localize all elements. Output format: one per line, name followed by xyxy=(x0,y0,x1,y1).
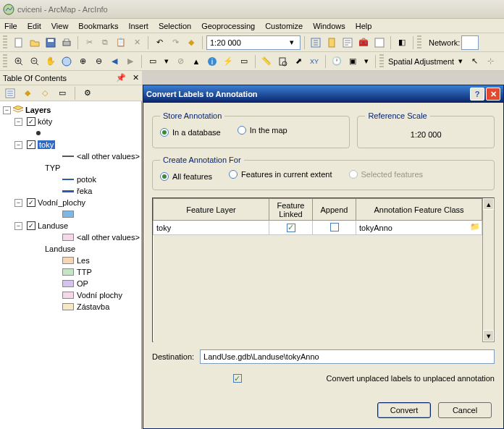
scroll-down-icon[interactable]: ▾ xyxy=(483,330,494,341)
layer-tree[interactable]: −Layers −✓kóty −✓toky <all other values>… xyxy=(0,101,141,315)
layer-koty[interactable]: kóty xyxy=(38,117,52,126)
chevron-down-icon[interactable]: ▾ xyxy=(287,36,297,49)
measure-icon[interactable]: 📏 xyxy=(259,54,274,69)
col-append[interactable]: Append xyxy=(313,199,356,221)
select-features-icon[interactable]: ▭ xyxy=(146,54,160,69)
menu-insert[interactable]: Insert xyxy=(128,22,148,30)
checkbox[interactable]: ✓ xyxy=(27,221,35,230)
fixed-zoom-in-icon[interactable]: ⊕ xyxy=(75,54,90,69)
checkbox-feature-linked[interactable]: ✓ xyxy=(287,224,295,232)
full-extent-icon[interactable] xyxy=(59,54,74,69)
browse-icon[interactable]: 📁 xyxy=(470,222,480,232)
find-route-icon[interactable]: ⬈ xyxy=(291,54,306,69)
undo-icon[interactable]: ↶ xyxy=(152,35,167,50)
layer-vodni-plochy[interactable]: Vodní_plochy xyxy=(38,198,85,207)
scale-combo[interactable]: 1:20 000 ▾ xyxy=(206,35,301,50)
list-by-source-icon[interactable]: ◆ xyxy=(20,86,35,101)
menu-help[interactable]: Help xyxy=(356,22,372,30)
toolbar-standard: ✂ ⧉ 📋 ✕ ↶ ↷ ◆ 1:20 000 ▾ 🧰 ◧ Network: xyxy=(0,33,504,52)
zoom-out-icon[interactable] xyxy=(28,54,42,69)
close-icon[interactable]: ✕ xyxy=(486,88,500,101)
destination-input[interactable] xyxy=(200,349,495,364)
checkbox[interactable]: ✓ xyxy=(27,198,35,207)
create-viewer-icon[interactable]: ▣ xyxy=(345,54,360,69)
checkbox[interactable]: ✓ xyxy=(27,117,35,126)
goto-xy-icon[interactable]: XY xyxy=(307,54,322,69)
identify-icon[interactable]: i xyxy=(205,54,219,69)
collapse-icon[interactable]: − xyxy=(3,106,11,114)
collapse-icon[interactable]: − xyxy=(14,199,22,207)
html-popup-icon[interactable]: ▭ xyxy=(237,54,251,69)
addlayer-icon[interactable]: ◆ xyxy=(184,35,198,50)
line-symbol-icon xyxy=(62,190,74,192)
layers-root[interactable]: Layers xyxy=(25,106,51,114)
spatial-adjustment-menu[interactable]: Spatial Adjustment xyxy=(388,57,454,66)
menu-bookmarks[interactable]: Bookmarks xyxy=(78,22,118,30)
dialog-titlebar[interactable]: Convert Labels to Annotation ? ✕ xyxy=(143,85,503,103)
editor-toolbar-icon[interactable] xyxy=(308,35,323,50)
chevron-down-icon-2[interactable]: ▾ xyxy=(161,55,172,68)
radio-all-features[interactable]: All features xyxy=(160,172,212,181)
back-icon[interactable]: ◀ xyxy=(107,54,122,69)
menu-file[interactable]: File xyxy=(4,22,17,30)
scroll-up-icon[interactable]: ▴ xyxy=(483,198,494,210)
layer-landuse[interactable]: Landuse xyxy=(38,221,68,230)
collapse-icon[interactable]: − xyxy=(14,118,22,126)
fill-symbol-icon xyxy=(62,211,74,218)
print-icon[interactable] xyxy=(59,35,74,50)
menu-windows[interactable]: Windows xyxy=(313,22,345,30)
menu-selection[interactable]: Selection xyxy=(159,22,191,30)
options-icon[interactable]: ⚙ xyxy=(80,86,95,101)
list-by-selection-icon[interactable]: ▭ xyxy=(55,86,70,101)
select-tool-icon[interactable]: ↖ xyxy=(467,54,482,69)
convert-button[interactable]: Convert xyxy=(377,402,431,418)
menu-view[interactable]: View xyxy=(51,22,69,30)
menu-customize[interactable]: Customize xyxy=(265,22,303,30)
zoom-in-icon[interactable] xyxy=(12,54,26,69)
chevron-down-icon-3[interactable]: ▾ xyxy=(361,55,371,68)
list-by-visibility-icon[interactable]: ◇ xyxy=(38,86,52,101)
python-icon[interactable] xyxy=(372,35,387,50)
close-icon[interactable]: ✕ xyxy=(133,73,139,82)
find-icon[interactable] xyxy=(275,54,290,69)
col-feature-layer[interactable]: Feature Layer xyxy=(154,199,269,221)
modelbuilder-icon[interactable]: ◧ xyxy=(395,35,409,50)
table-row[interactable]: toky ✓ tokyAnno📁 xyxy=(154,221,482,235)
select-elements-icon[interactable]: ▲ xyxy=(189,54,203,69)
new-icon[interactable] xyxy=(12,35,26,50)
checkbox-append[interactable] xyxy=(330,223,339,232)
open-icon[interactable] xyxy=(28,35,42,50)
toolbar-grip[interactable] xyxy=(3,35,7,50)
fill-symbol-icon xyxy=(62,234,74,241)
list-by-drawing-icon[interactable] xyxy=(3,86,17,101)
pan-icon[interactable]: ✋ xyxy=(43,54,58,69)
toolbar-grip-4[interactable] xyxy=(379,54,384,69)
menu-geoprocessing[interactable]: Geoprocessing xyxy=(201,22,255,30)
cancel-button[interactable]: Cancel xyxy=(438,402,492,418)
collapse-icon[interactable]: − xyxy=(14,141,22,149)
chevron-down-icon-4[interactable]: ▾ xyxy=(455,55,466,68)
radio-in-database[interactable]: In a database xyxy=(160,128,221,137)
radio-in-map[interactable]: In the map xyxy=(238,126,287,135)
toolbar-grip-3[interactable] xyxy=(3,54,7,69)
time-slider-icon[interactable]: 🕐 xyxy=(329,54,344,69)
menu-edit[interactable]: Edit xyxy=(28,22,41,30)
pin-icon[interactable]: 📌 xyxy=(116,73,126,82)
fill-symbol-icon xyxy=(62,280,74,287)
col-feature-linked[interactable]: Feature Linked xyxy=(269,199,313,221)
checkbox[interactable]: ✓ xyxy=(27,140,35,149)
save-icon[interactable] xyxy=(43,35,58,50)
catalog-icon[interactable] xyxy=(324,35,339,50)
checkbox-unplaced[interactable]: ✓ xyxy=(233,374,242,383)
network-combo[interactable] xyxy=(461,35,479,50)
radio-features-extent[interactable]: Features in current extent xyxy=(229,170,332,179)
arctoolbox-icon[interactable]: 🧰 xyxy=(356,35,371,50)
collapse-icon[interactable]: − xyxy=(14,222,22,230)
help-icon[interactable]: ? xyxy=(470,88,484,101)
search-icon[interactable] xyxy=(340,35,355,50)
toolbar-grip-2[interactable] xyxy=(417,35,421,50)
fixed-zoom-out-icon[interactable]: ⊖ xyxy=(91,54,106,69)
col-annotation-class[interactable]: Annotation Feature Class xyxy=(356,199,482,221)
layer-toky[interactable]: toky xyxy=(38,140,55,149)
scrollbar[interactable]: ▴ ▾ xyxy=(482,198,494,341)
